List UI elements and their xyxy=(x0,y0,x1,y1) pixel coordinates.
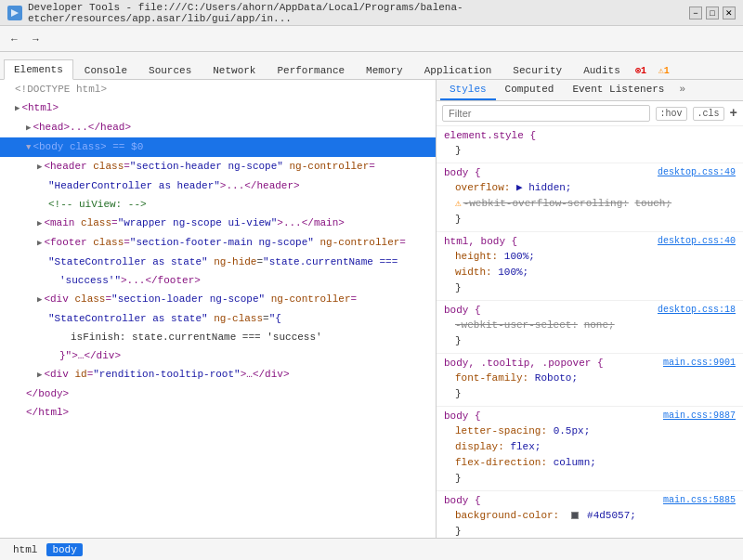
selector-text: body, .tooltip, .popover { xyxy=(444,358,604,369)
expand-icon[interactable]: ▼ xyxy=(26,143,31,152)
css-selector: element.style { xyxy=(444,130,736,141)
tab-sources[interactable]: Sources xyxy=(138,60,202,80)
css-closing-brace: } xyxy=(444,471,736,487)
header-line[interactable]: ▶<header class="section-header ng-scope"… xyxy=(0,157,436,176)
window-controls: − □ ✕ xyxy=(689,7,736,20)
css-prop-background-color: background-color: #4d5057; xyxy=(444,508,736,524)
css-selector: body { desktop.css:18 xyxy=(444,305,736,316)
css-prop-font-family: font-family: Roboto; xyxy=(444,371,736,386)
body-line[interactable]: ▼<body class> == $0 xyxy=(0,137,436,157)
div-close-tag: }">…</div> xyxy=(59,350,121,361)
tab-bar: Elements Console Sources Network Perform… xyxy=(0,52,743,80)
close-button[interactable]: ✕ xyxy=(723,7,736,20)
tab-network[interactable]: Network xyxy=(202,60,266,80)
head-line[interactable]: ▶<head>...</head> xyxy=(0,118,436,137)
html-doctype-line[interactable]: <!DOCTYPE html> xyxy=(0,80,436,98)
source-link[interactable]: desktop.css:18 xyxy=(658,305,736,316)
html-close-tag: </html> xyxy=(26,407,69,418)
css-selector: body { desktop.css:49 xyxy=(444,167,736,178)
sub-tab-styles[interactable]: Styles xyxy=(440,80,496,100)
expand-icon[interactable]: ▶ xyxy=(26,124,31,133)
css-rule-html-body: html, body { desktop.css:40 height: 100%… xyxy=(437,232,743,301)
warning-count-badge: ⚠ 1 xyxy=(658,65,670,76)
status-html[interactable]: html xyxy=(7,543,43,556)
header-tag: <header class="section-header ng-scope" … xyxy=(44,161,375,172)
sub-tab-computed[interactable]: Computed xyxy=(496,80,564,100)
header-cont-line[interactable]: "HeaderController as header">...</header… xyxy=(0,176,436,195)
main-tag: <main class="wrapper ng-scope ui-view">.… xyxy=(44,217,345,228)
isfinish-line[interactable]: isFinish: state.currentName === 'success… xyxy=(0,328,436,346)
title-bar: Developer Tools - file:///C:/Users/ahorn… xyxy=(0,0,743,26)
body-tag: <body class> == $0 xyxy=(33,141,143,152)
forward-button[interactable]: → xyxy=(25,32,46,46)
selector-text: body { xyxy=(444,495,481,506)
css-closing-brace: } xyxy=(444,386,736,402)
maximize-button[interactable]: □ xyxy=(706,7,719,20)
html-tag: <html> xyxy=(21,102,59,113)
selector-text: body { xyxy=(444,305,481,316)
comment-line[interactable]: <!-- uiView: --> xyxy=(0,195,436,214)
div-close-line[interactable]: }">…</div> xyxy=(0,346,436,365)
footer-line[interactable]: ▶<footer class="section-footer-main ng-s… xyxy=(0,233,436,253)
selector-text: html, body { xyxy=(444,236,517,247)
toolbar: ← → xyxy=(0,26,743,52)
svg-marker-0 xyxy=(11,9,19,17)
color-swatch[interactable] xyxy=(571,512,579,519)
tab-memory[interactable]: Memory xyxy=(356,60,413,80)
tab-console[interactable]: Console xyxy=(74,60,137,80)
selector-text: element.style { xyxy=(444,130,536,141)
filter-input[interactable] xyxy=(442,105,650,122)
source-link[interactable]: desktop.css:49 xyxy=(658,167,736,178)
expand-icon[interactable]: ▶ xyxy=(37,295,42,305)
css-rule-body-1: body { desktop.css:49 overflow: ▶ hidden… xyxy=(437,163,743,232)
status-body[interactable]: body xyxy=(46,543,82,556)
css-rule-body-4: body { main.css:5885 background-color: #… xyxy=(437,491,743,538)
div-loader-cont-line[interactable]: "StateController as state" ng-class="{ xyxy=(0,309,436,328)
tab-security[interactable]: Security xyxy=(502,60,572,80)
cls-pseudo-button[interactable]: .cls xyxy=(693,107,724,121)
css-prop-flex-direction: flex-direction: column; xyxy=(444,455,736,471)
footer-cont-line[interactable]: "StateController as state" ng-hide="stat… xyxy=(0,253,436,271)
sub-tab-event-listeners[interactable]: Event Listeners xyxy=(563,80,673,100)
tab-performance[interactable]: Performance xyxy=(267,60,355,80)
tab-audits[interactable]: Audits ⊗ 1 ⚠ 1 xyxy=(573,60,680,80)
more-tabs-button[interactable]: » xyxy=(673,80,691,100)
source-link[interactable]: main.css:9901 xyxy=(663,358,736,369)
css-closing-brace: } xyxy=(444,212,736,228)
expand-icon[interactable]: ▶ xyxy=(37,239,42,248)
main-line[interactable]: ▶<main class="wrapper ng-scope ui-view">… xyxy=(0,214,436,233)
source-link[interactable]: main.css:5885 xyxy=(663,495,736,506)
css-closing-brace: } xyxy=(444,280,736,296)
main-layout: <!DOCTYPE html> ▶<html> ▶<head>...</head… xyxy=(0,80,743,538)
css-prop-display: display: flex; xyxy=(444,439,736,455)
source-link[interactable]: desktop.css:40 xyxy=(658,236,736,247)
back-button[interactable]: ← xyxy=(4,32,25,46)
css-selector: body, .tooltip, .popover { main.css:9901 xyxy=(444,358,736,369)
body-close-tag: </body> xyxy=(26,388,69,399)
tab-elements[interactable]: Elements xyxy=(4,59,73,80)
expand-icon[interactable]: ▶ xyxy=(15,104,20,113)
minimize-button[interactable]: − xyxy=(689,7,702,20)
css-closing-brace: } xyxy=(444,524,736,538)
css-prop-webkit-user-select: -webkit-user-select: none; xyxy=(444,318,736,333)
body-close-line[interactable]: </body> xyxy=(0,384,436,403)
tooltip-line[interactable]: ▶<div id="rendition-tooltip-root">…</div… xyxy=(0,365,436,384)
div-loader-line[interactable]: ▶<div class="section-loader ng-scope" ng… xyxy=(0,290,436,309)
css-selector: body { main.css:5885 xyxy=(444,495,736,506)
expand-icon[interactable]: ▶ xyxy=(37,371,42,380)
css-rule-body-2: body { desktop.css:18 -webkit-user-selec… xyxy=(437,301,743,354)
footer-success-line[interactable]: 'success'">...</footer> xyxy=(0,271,436,290)
hov-pseudo-button[interactable]: :hov xyxy=(656,107,687,121)
div-loader-tag: <div class="section-loader ng-scope" ng-… xyxy=(44,293,357,305)
css-prop-height: height: 100%; xyxy=(444,249,736,265)
footer-tag: <footer class="section-footer-main ng-sc… xyxy=(44,237,406,248)
expand-icon[interactable]: ▶ xyxy=(37,163,42,172)
tab-application[interactable]: Application xyxy=(414,60,502,80)
html-root-line[interactable]: ▶<html> xyxy=(0,98,436,118)
html-close-line[interactable]: </html> xyxy=(0,403,436,422)
selector-text: body { xyxy=(444,167,481,178)
expand-icon[interactable]: ▶ xyxy=(37,219,42,228)
add-style-button[interactable]: + xyxy=(730,106,737,121)
source-link[interactable]: main.css:9887 xyxy=(663,410,736,422)
css-rule-body-tooltip: body, .tooltip, .popover { main.css:9901… xyxy=(437,354,743,407)
